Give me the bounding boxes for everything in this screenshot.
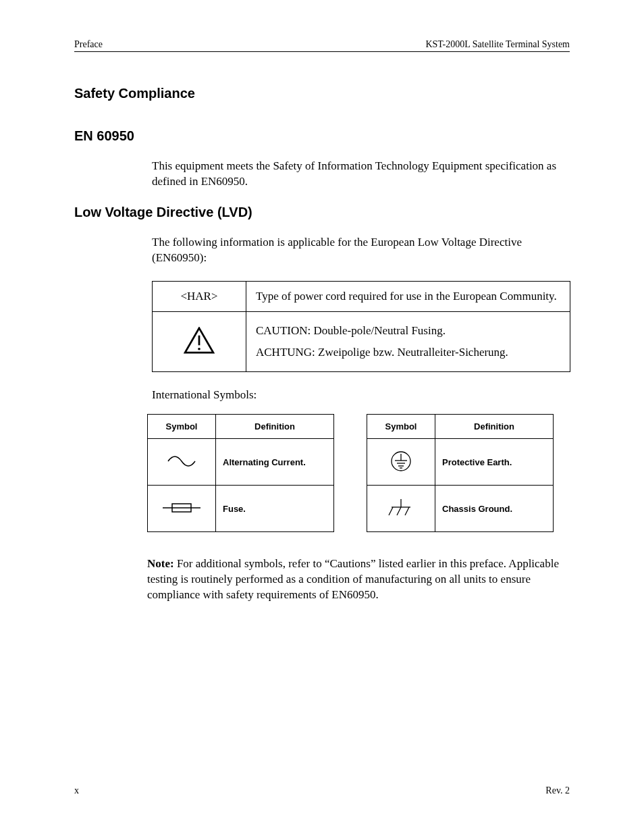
body-lvd: The following information is applicable … — [74, 235, 570, 266]
heading-lvd: Low Voltage Directive (LVD) — [74, 205, 570, 220]
note-paragraph: Note: For additional symbols, refer to “… — [74, 556, 570, 603]
svg-line-16 — [397, 507, 401, 515]
symbols-table-left: Symbol Definition Alternating Current. — [147, 414, 334, 532]
caution-en: CAUTION: Double-pole/Neutral Fusing. — [256, 324, 446, 337]
protective-earth-cell — [367, 439, 435, 486]
ac-icon — [167, 454, 196, 468]
table-row: Chassis Ground. — [367, 486, 554, 532]
caution-de: ACHTUNG: Zweipolige bzw. Neutralleiter-S… — [256, 346, 508, 359]
fuse-icon — [161, 502, 202, 514]
table-row: CAUTION: Double-pole/Neutral Fusing. ACH… — [153, 311, 570, 372]
har-text: Type of power cord required for use in t… — [246, 281, 570, 311]
heading-safety-compliance: Safety Compliance — [74, 86, 570, 101]
body-en60950: This equipment meets the Safety of Infor… — [74, 159, 570, 190]
caution-symbol-cell — [153, 311, 246, 372]
table-row: Symbol Definition — [148, 415, 334, 439]
table-row: <HAR> Type of power cord required for us… — [153, 281, 570, 311]
table-row: Symbol Definition — [367, 415, 554, 439]
fuse-symbol-cell — [148, 486, 216, 532]
ac-def: Alternating Current. — [216, 439, 334, 486]
symbols-table-right: Symbol Definition Protective Earth. — [367, 414, 554, 532]
table-row: Alternating Current. — [148, 439, 334, 486]
chassis-ground-cell — [367, 486, 435, 532]
svg-line-15 — [389, 507, 393, 515]
lvd-table: <HAR> Type of power cord required for us… — [152, 281, 570, 373]
chassis-ground-icon — [387, 498, 414, 518]
col-header-definition: Definition — [216, 415, 334, 439]
chassis-ground-def: Chassis Ground. — [435, 486, 554, 532]
header-left: Preface — [74, 39, 103, 50]
protective-earth-def: Protective Earth. — [435, 439, 554, 486]
caution-triangle-icon — [184, 327, 215, 354]
col-header-symbol: Symbol — [367, 415, 435, 439]
table-row: Protective Earth. — [367, 439, 554, 486]
ac-symbol-cell — [148, 439, 216, 486]
symbols-tables-row: Symbol Definition Alternating Current. — [74, 414, 570, 532]
table-row: Fuse. — [148, 486, 334, 532]
page-number: x — [74, 785, 79, 796]
note-label: Note: — [147, 557, 174, 570]
page: Preface KST-2000L Satellite Terminal Sys… — [0, 0, 644, 834]
fuse-def: Fuse. — [216, 486, 334, 532]
intl-symbols-heading: International Symbols: — [74, 388, 570, 402]
svg-point-2 — [198, 347, 200, 350]
running-footer: x Rev. 2 — [74, 785, 570, 796]
heading-en60950: EN 60950 — [74, 128, 570, 144]
revision: Rev. 2 — [545, 785, 570, 796]
protective-earth-icon — [390, 450, 412, 473]
running-header: Preface KST-2000L Satellite Terminal Sys… — [74, 39, 570, 50]
har-symbol: <HAR> — [153, 281, 246, 311]
header-rule — [74, 51, 570, 52]
header-right: KST-2000L Satellite Terminal System — [425, 39, 570, 50]
caution-text: CAUTION: Double-pole/Neutral Fusing. ACH… — [246, 311, 570, 372]
col-header-definition: Definition — [435, 415, 554, 439]
svg-line-17 — [405, 507, 409, 515]
note-body: For additional symbols, refer to “Cautio… — [147, 557, 559, 601]
col-header-symbol: Symbol — [148, 415, 216, 439]
